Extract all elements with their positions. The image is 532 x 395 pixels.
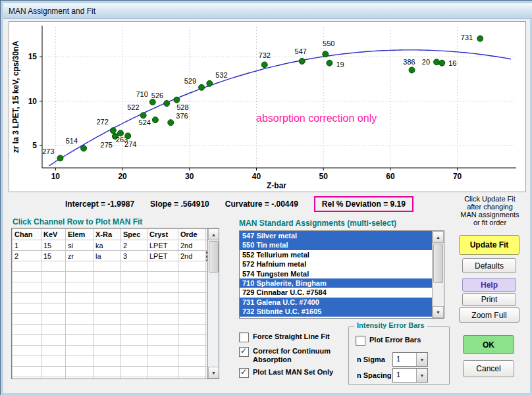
man-standard-item[interactable]: 547 Silver metal — [240, 231, 432, 240]
force-straight-line-checkbox[interactable]: Force Straight Line Fit — [239, 332, 351, 342]
data-point-272 — [110, 128, 116, 134]
checkbox-box[interactable] — [356, 336, 365, 346]
y-axis-label: zr la 3 LPET, 15 keV, cps/30nA — [11, 41, 20, 153]
scroll-up-icon[interactable]: ▲ — [433, 231, 444, 243]
channel-table-label: Click Channel Row to Plot MAN Fit — [13, 217, 142, 226]
channel-table-row[interactable] — [13, 314, 207, 325]
man-standard-item[interactable]: 732 Stibnite U.C. #1605 — [240, 307, 432, 316]
svg-text:514: 514 — [66, 137, 78, 145]
channel-table-row[interactable] — [13, 303, 207, 314]
ok-button[interactable]: OK — [463, 335, 514, 354]
data-point-16 — [439, 60, 445, 66]
svg-text:50: 50 — [319, 172, 329, 181]
channel-table-row[interactable] — [13, 261, 207, 272]
channel-table-header: Chan — [13, 229, 41, 240]
update-fit-button[interactable]: Update Fit — [459, 235, 519, 255]
checkbox-box[interactable] — [239, 332, 249, 342]
channel-table-row[interactable] — [13, 377, 207, 380]
man-standard-item[interactable]: 729 Cinnabar U.C. #7584 — [240, 288, 432, 297]
channel-table-row[interactable] — [13, 335, 207, 346]
man-list-label: MAN Standard Assignments (multi-select) — [239, 219, 396, 228]
note-line: or fit order — [454, 219, 526, 226]
note-line: Click Update Fit — [454, 195, 526, 203]
scroll-thumb[interactable] — [209, 241, 219, 273]
svg-text:273: 273 — [42, 147, 54, 155]
man-standard-item[interactable]: 710 Sphalerite, Bingham — [240, 278, 432, 288]
plot-last-man-checkbox[interactable]: Plot Last MAN Set Only — [239, 368, 351, 378]
svg-text:60: 60 — [386, 172, 395, 181]
correct-continuum-checkbox[interactable]: Correct for Continuum Absorption — [239, 347, 339, 364]
fit-statistics: Intercept = -1.9987 Slope = .564910 Curv… — [65, 196, 413, 213]
window-titlebar[interactable]: MAN Assignment and Fit — [3, 3, 532, 19]
svg-text:272: 272 — [96, 118, 108, 126]
svg-text:532: 532 — [215, 71, 227, 79]
man-standard-item[interactable]: 550 Tin metal — [240, 240, 432, 250]
cancel-button[interactable]: Cancel — [463, 360, 514, 377]
channel-table-row[interactable] — [13, 325, 207, 335]
svg-text:70: 70 — [453, 172, 462, 181]
man-assignment-window: MAN Assignment and Fit 10203040506070510… — [0, 0, 532, 395]
svg-text:386: 386 — [403, 58, 415, 66]
channel-table-scrollbar[interactable]: ▲ ▼ — [207, 228, 219, 379]
channel-table-header: Spec — [121, 229, 147, 240]
man-standard-item[interactable]: 552 Tellurium metal — [240, 250, 432, 259]
data-point-532 — [207, 80, 213, 86]
channel-table-row[interactable] — [13, 346, 207, 356]
man-fit-chart: 1020304050607051015Z-barzr la 3 LPET, 15… — [9, 22, 524, 190]
n-sigma-value: 1 — [393, 353, 416, 366]
zoom-full-button[interactable]: Zoom Full — [459, 307, 519, 323]
checkbox-label: Plot Last MAN Set Only — [253, 368, 333, 377]
svg-text:524: 524 — [139, 118, 151, 126]
data-point-376 — [168, 120, 174, 126]
scroll-up-icon[interactable]: ▲ — [208, 228, 219, 240]
intercept-value: Intercept = -1.9987 — [65, 199, 134, 209]
scroll-track[interactable] — [433, 284, 444, 306]
channel-table-row[interactable] — [13, 293, 207, 303]
help-button[interactable]: Help — [462, 278, 516, 292]
chevron-down-icon[interactable]: ▼ — [416, 369, 427, 382]
svg-text:10: 10 — [28, 97, 38, 106]
data-point-274 — [125, 133, 131, 139]
data-point-526 — [164, 101, 170, 107]
man-standard-item[interactable]: 572 Hafnium metal — [240, 259, 432, 269]
channel-table-header: KeV — [41, 229, 66, 240]
checkbox-box[interactable] — [239, 368, 249, 378]
man-standard-item[interactable]: 574 Tungsten Metal — [240, 269, 432, 278]
note-line: MAN assignments — [454, 211, 526, 219]
n-spacing-select[interactable]: 1 ▼ — [392, 368, 428, 382]
man-list-scrollbar[interactable]: ▲ ▼ — [432, 231, 444, 318]
channel-table-row[interactable] — [13, 367, 207, 377]
channel-table-row[interactable] — [13, 272, 207, 282]
channel-table-row[interactable] — [13, 282, 207, 293]
data-point-547 — [299, 59, 305, 65]
data-point-528 — [174, 97, 180, 103]
defaults-button[interactable]: Defaults — [462, 258, 516, 273]
checkbox-box[interactable] — [239, 347, 249, 357]
data-point-20 — [434, 59, 440, 65]
svg-text:20: 20 — [422, 58, 430, 66]
plot-error-bars-checkbox[interactable]: Plot Error Bars — [356, 336, 441, 346]
data-point-732 — [261, 62, 267, 68]
scroll-down-icon[interactable]: ▼ — [208, 367, 219, 379]
print-button[interactable]: Print — [462, 293, 516, 306]
channel-table-row[interactable] — [13, 356, 207, 367]
channel-table-row[interactable]: 115sika2LPET2ndYes — [13, 240, 207, 251]
channel-table-header: X-Ra — [93, 229, 121, 240]
slope-value: Slope = .564910 — [150, 199, 209, 209]
channel-table-row[interactable]: 215zrla3LPET2ndYes — [13, 251, 207, 261]
intensity-error-bars-group: Intensity Error Bars Plot Error Bars n S… — [348, 326, 450, 385]
scroll-track[interactable] — [208, 273, 219, 367]
data-point-522 — [140, 113, 146, 118]
chevron-down-icon[interactable]: ▼ — [416, 353, 427, 366]
svg-text:547: 547 — [295, 47, 307, 55]
svg-text:275: 275 — [101, 141, 113, 149]
data-point-273 — [57, 155, 63, 161]
scroll-down-icon[interactable]: ▼ — [433, 306, 444, 318]
checkbox-label: Force Straight Line Fit — [253, 332, 330, 341]
scroll-thumb[interactable] — [433, 244, 443, 283]
svg-text:550: 550 — [323, 40, 334, 47]
checkbox-label: Plot Error Bars — [369, 336, 421, 344]
n-sigma-select[interactable]: 1 ▼ — [392, 352, 428, 367]
man-standard-item[interactable]: 731 Galena U.C. #7400 — [240, 298, 432, 307]
channel-table-header: Elem — [66, 229, 93, 240]
